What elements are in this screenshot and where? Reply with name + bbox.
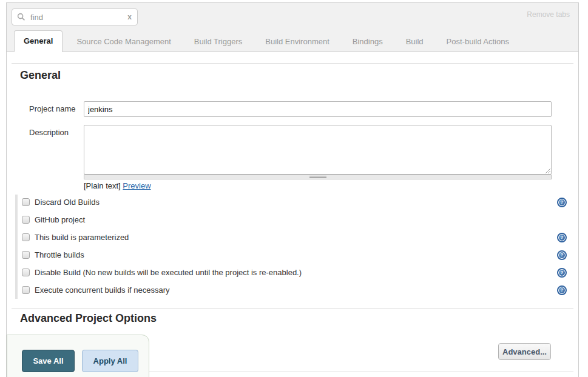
textarea-drag-handle[interactable] (84, 175, 552, 179)
checkbox-label: Execute concurrent builds if necessary (35, 285, 170, 295)
checkbox-row: Execute concurrent builds if necessary ? (7, 281, 578, 299)
config-header: x Remove tabs GeneralSource Code Managem… (7, 3, 578, 52)
advanced-button[interactable]: Advanced... (498, 343, 551, 360)
checkbox-label: Throttle builds (35, 250, 84, 259)
config-tabbar: GeneralSource Code ManagementBuild Trigg… (14, 30, 578, 52)
project-name-label: Project name (29, 104, 85, 113)
checkbox-row: This build is parameterized ? (7, 229, 578, 246)
checkbox-row: Throttle builds ? (7, 246, 578, 264)
general-options-list: Discard Old Builds ? GitHub project This… (7, 193, 578, 299)
tab-build-environment[interactable]: Build Environment (256, 32, 339, 52)
section-divider (12, 308, 573, 309)
checkbox-row: GitHub project (7, 211, 578, 229)
description-textarea[interactable] (84, 125, 552, 175)
tab-post-build-actions[interactable]: Post-build Actions (438, 32, 518, 52)
config-panel: x Remove tabs GeneralSource Code Managem… (6, 2, 579, 377)
tab-bindings[interactable]: Bindings (343, 32, 392, 52)
description-label: Description (29, 128, 85, 137)
tab-source-code-management[interactable]: Source Code Management (67, 32, 180, 52)
checkbox[interactable] (22, 233, 30, 241)
help-icon[interactable]: ? (557, 250, 567, 260)
help-icon[interactable]: ? (557, 268, 567, 278)
project-name-input[interactable] (84, 101, 552, 117)
checkbox-row: Disable Build (No new builds will be exe… (7, 264, 578, 281)
checkbox-row: Discard Old Builds ? (7, 193, 578, 211)
checkbox-label: Discard Old Builds (35, 198, 100, 207)
checkbox[interactable] (22, 269, 30, 276)
clear-search-icon[interactable]: x (125, 13, 137, 21)
apply-all-button[interactable]: Apply All (82, 350, 138, 372)
tab-build[interactable]: Build (397, 32, 433, 52)
tab-build-triggers[interactable]: Build Triggers (185, 32, 251, 52)
remove-tabs-link[interactable]: Remove tabs (527, 10, 570, 19)
section-divider (12, 63, 573, 64)
search-icon (17, 13, 25, 21)
search-input[interactable] (29, 12, 125, 22)
bottom-save-panel: Save All Apply All (7, 335, 149, 377)
filter-search-box[interactable]: x (12, 8, 138, 25)
help-icon[interactable]: ? (557, 198, 567, 207)
checkbox-label: Disable Build (No new builds will be exe… (35, 268, 302, 277)
help-icon[interactable]: ? (557, 233, 567, 242)
drag-grip-icon (309, 176, 326, 178)
preview-link[interactable]: Preview (123, 181, 150, 190)
checkbox[interactable] (22, 198, 30, 206)
plain-text-mode-label: [Plain text] (84, 181, 121, 190)
checkbox[interactable] (22, 251, 30, 259)
general-section-title: General (20, 69, 61, 82)
advanced-section-title: Advanced Project Options (20, 312, 157, 325)
checkbox[interactable] (22, 216, 30, 224)
help-icon[interactable]: ? (557, 285, 567, 295)
tab-general[interactable]: General (14, 30, 63, 52)
checkbox[interactable] (22, 286, 30, 294)
save-all-button[interactable]: Save All (22, 350, 75, 372)
checkbox-label: GitHub project (35, 215, 85, 224)
description-mode-line: [Plain text] Preview (84, 181, 151, 190)
checkbox-label: This build is parameterized (35, 233, 129, 242)
